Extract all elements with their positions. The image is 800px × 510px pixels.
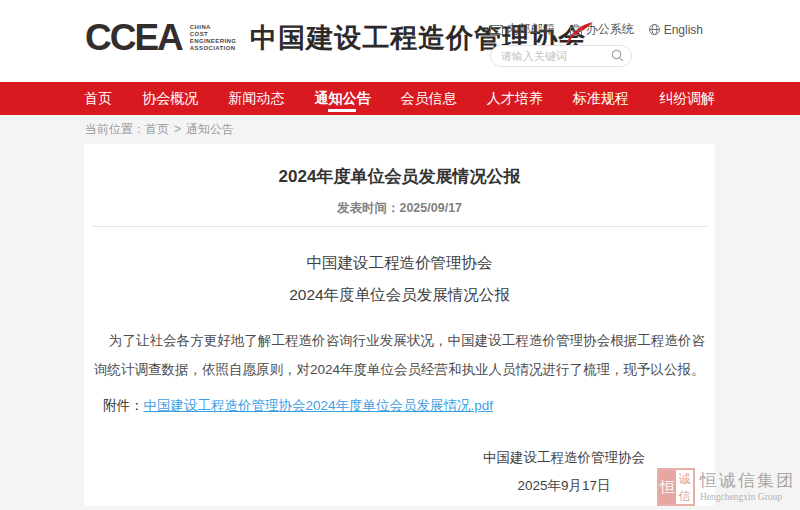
hengchengxin-seal-icon: 恒 诚 信 bbox=[657, 468, 695, 506]
signature-org: 中国建设工程造价管理协会 bbox=[483, 449, 645, 467]
search-box bbox=[490, 45, 632, 67]
watermark-name-cn: 恒诚信集团 bbox=[700, 471, 795, 491]
article-card: 2024年度单位会员发展情况公报 发表时间：2025/09/17 中国建设工程造… bbox=[84, 144, 715, 506]
nav-item-mediation[interactable]: 纠纷调解 bbox=[659, 82, 715, 115]
article-paragraph: 为了让社会各方更好地了解工程造价咨询行业发展状况，中国建设工程造价管理协会根据工… bbox=[94, 326, 705, 384]
search-icon[interactable] bbox=[611, 49, 624, 62]
breadcrumb-prefix: 当前位置： bbox=[85, 122, 145, 136]
seal-char-2: 诚 bbox=[676, 470, 693, 487]
header-right: 内部邮箱 办公系统 English bbox=[490, 21, 703, 67]
site-header: CCEA CHINA COST ENGINEERING ASSOCIATION … bbox=[0, 0, 800, 82]
seal-char-1: 恒 bbox=[659, 470, 676, 504]
watermark: 恒 诚 信 恒诚信集团 Hengchengxin Group bbox=[657, 468, 795, 506]
nav-item-home[interactable]: 首页 bbox=[84, 82, 112, 115]
nav-item-standards[interactable]: 标准规程 bbox=[573, 82, 629, 115]
internal-mail-link[interactable]: 内部邮箱 bbox=[490, 21, 555, 38]
nav-item-news[interactable]: 新闻动态 bbox=[228, 82, 284, 115]
breadcrumb-separator: > bbox=[174, 122, 181, 136]
main-nav: 首页 协会概况 新闻动态 通知公告 会员信息 人才培养 标准规程 纠纷调解 bbox=[0, 82, 800, 115]
article-publish-date: 发表时间：2025/09/17 bbox=[84, 200, 715, 217]
office-system-link[interactable]: 办公系统 bbox=[570, 21, 634, 38]
mail-icon bbox=[490, 25, 503, 35]
breadcrumb-current-link[interactable]: 通知公告 bbox=[186, 122, 234, 136]
article-heading-line2: 2024年度单位会员发展情况公报 bbox=[84, 285, 715, 306]
logo-subtext: CHINA COST ENGINEERING ASSOCIATION bbox=[190, 24, 236, 52]
nav-item-training[interactable]: 人才培养 bbox=[487, 82, 543, 115]
office-system-label: 办公系统 bbox=[586, 21, 634, 38]
breadcrumb: 当前位置：首页>通知公告 bbox=[85, 115, 234, 144]
utility-links: 内部邮箱 办公系统 English bbox=[490, 21, 703, 38]
internal-mail-label: 内部邮箱 bbox=[507, 21, 555, 38]
seal-char-3: 信 bbox=[676, 487, 693, 504]
logo-sub-line: COST bbox=[190, 31, 236, 38]
article-title: 2024年度单位会员发展情况公报 bbox=[84, 144, 715, 188]
watermark-name-en: Hengchengxin Group bbox=[700, 491, 795, 503]
title-divider bbox=[92, 226, 707, 227]
briefcase-icon bbox=[570, 24, 582, 35]
attachment-row: 附件：中国建设工程造价管理协会2024年度单位会员发展情况.pdf bbox=[103, 397, 715, 415]
attachment-pdf-link[interactable]: 中国建设工程造价管理协会2024年度单位会员发展情况.pdf bbox=[144, 398, 494, 413]
nav-item-members[interactable]: 会员信息 bbox=[401, 82, 457, 115]
signature-block: 中国建设工程造价管理协会 2025年9月17日 bbox=[483, 449, 645, 495]
article-heading-line1: 中国建设工程造价管理协会 bbox=[84, 253, 715, 274]
globe-icon bbox=[649, 24, 660, 35]
logo-sub-line: ENGINEERING bbox=[190, 38, 236, 45]
attachment-label: 附件： bbox=[103, 398, 144, 413]
publish-date-label: 发表时间： bbox=[337, 201, 400, 215]
logo-sub-line: ASSOCIATION bbox=[190, 45, 236, 52]
english-label: English bbox=[664, 23, 703, 37]
nav-item-about[interactable]: 协会概况 bbox=[142, 82, 198, 115]
publish-date-value: 2025/09/17 bbox=[399, 201, 462, 215]
breadcrumb-home-link[interactable]: 首页 bbox=[145, 122, 169, 136]
watermark-text: 恒诚信集团 Hengchengxin Group bbox=[700, 471, 795, 503]
english-link[interactable]: English bbox=[649, 23, 703, 37]
seal-right: 诚 信 bbox=[676, 470, 693, 504]
logo-acronym: CCEA bbox=[85, 16, 182, 60]
nav-item-notices[interactable]: 通知公告 bbox=[314, 82, 370, 115]
logo-sub-line: CHINA bbox=[190, 24, 236, 31]
signature-date: 2025年9月17日 bbox=[483, 477, 645, 495]
nav-inner: 首页 协会概况 新闻动态 通知公告 会员信息 人才培养 标准规程 纠纷调解 bbox=[84, 82, 715, 115]
